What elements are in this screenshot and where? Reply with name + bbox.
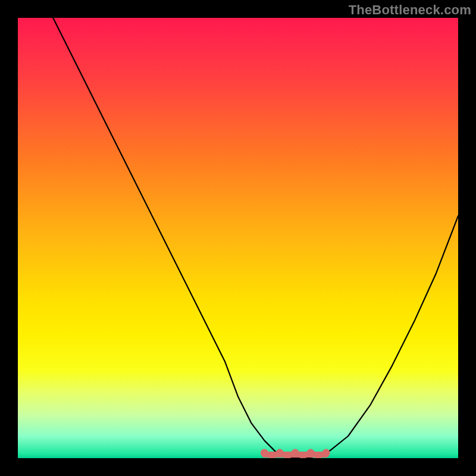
chart-frame: TheBottleneck.com: [0, 0, 476, 476]
bottleneck-curve: [53, 18, 458, 458]
watermark-text: TheBottleneck.com: [349, 2, 471, 18]
chart-plot-area: [18, 18, 458, 458]
svg-point-5: [299, 452, 307, 459]
svg-point-6: [307, 449, 315, 457]
svg-point-4: [292, 449, 299, 457]
svg-point-1: [268, 452, 276, 459]
svg-point-8: [322, 449, 330, 457]
svg-point-7: [315, 452, 322, 459]
svg-point-2: [276, 449, 284, 457]
chart-svg: [18, 18, 458, 458]
svg-point-0: [261, 449, 268, 457]
svg-point-3: [284, 452, 292, 459]
valley-marker: [261, 449, 330, 459]
